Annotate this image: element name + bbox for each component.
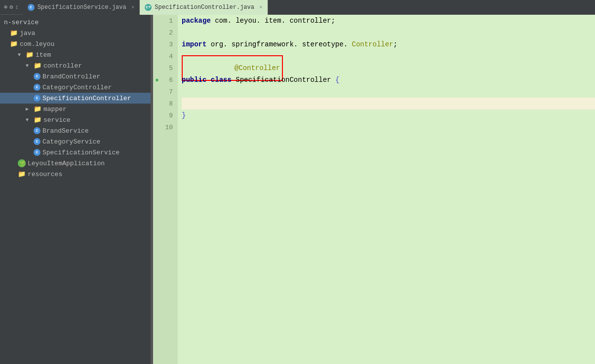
- class-icon-category-service: c: [34, 138, 40, 145]
- keyword-import: import: [182, 40, 206, 48]
- tab-specification-service[interactable]: c SpecificationService.java ×: [23, 0, 140, 15]
- class-icon-brand: c: [34, 73, 40, 80]
- sidebar-item-com-leyou[interactable]: 📁 com.leyou: [0, 38, 151, 49]
- line-num-6: ● 6: [153, 74, 178, 86]
- expand-arrow-service: ▼: [26, 117, 32, 123]
- code-classname: SpecificationController: [232, 76, 335, 84]
- code-controller-ref: Controller: [352, 40, 393, 48]
- code-open-brace: {: [335, 76, 339, 84]
- folder-icon-resources: 📁: [18, 170, 26, 178]
- tab-class-icon-controller: c+: [145, 4, 152, 11]
- sidebar-label-leyou-item-app: LeyouItemApplication: [28, 160, 105, 167]
- code-line-10: [182, 121, 595, 133]
- code-line-5: @Controller: [182, 62, 595, 74]
- keyword-package: package: [182, 17, 211, 25]
- sidebar-item-service[interactable]: ▼ 📁 service: [0, 114, 151, 125]
- sidebar-label-controller: controller: [43, 62, 82, 70]
- line-num-2: 2: [153, 27, 178, 38]
- sidebar-label-resources: resources: [28, 171, 62, 178]
- code-content[interactable]: package com. leyou. item. controller; im…: [178, 15, 595, 364]
- sidebar-item-controller[interactable]: ▼ 📁 controller: [0, 60, 151, 71]
- folder-icon-java: 📁: [10, 29, 18, 37]
- line-num-9: 9: [153, 109, 178, 121]
- sidebar-label-com-leyou: com.leyou: [20, 40, 54, 48]
- code-line-9: }: [182, 109, 595, 121]
- code-space-1: [206, 76, 210, 84]
- sidebar-label-mapper: mapper: [43, 106, 67, 113]
- sidebar-label-specification-controller: SpecificationController: [42, 95, 131, 102]
- sidebar-item-java[interactable]: 📁 java: [0, 28, 151, 38]
- class-icon-specification: c: [34, 95, 40, 102]
- code-close-brace: }: [182, 111, 186, 119]
- expand-arrow-mapper: ▶: [26, 106, 32, 112]
- top-label-text: n-service: [4, 19, 39, 26]
- sidebar-label-category-controller: CategoryController: [42, 84, 112, 91]
- gear-icon[interactable]: ⚙: [9, 3, 13, 11]
- sidebar-item-resources[interactable]: 📁 resources: [0, 169, 151, 180]
- tab-specification-controller[interactable]: c+ SpecificationController.java ×: [140, 0, 268, 15]
- sidebar-label-item: item: [36, 51, 51, 59]
- sidebar-label-java: java: [20, 30, 35, 37]
- toolbar-icons: ⊕ ⚙ ↕: [0, 3, 23, 11]
- line-numbers: 1 2 3 4 5 ● 6 7 8 9 10: [153, 15, 178, 364]
- sidebar-label-service: service: [43, 116, 71, 124]
- sidebar-item-mapper[interactable]: ▶ 📁 mapper: [0, 104, 151, 114]
- sidebar-label-category-service: CategoryService: [42, 138, 100, 146]
- tab-bar: ⊕ ⚙ ↕ c SpecificationService.java × c+ S…: [0, 0, 595, 15]
- expand-arrow-controller: ▼: [26, 63, 32, 69]
- sidebar-item-specification-service[interactable]: c SpecificationService: [0, 147, 151, 158]
- tab-close-controller[interactable]: ×: [259, 4, 263, 10]
- expand-arrow-item: ▼: [18, 52, 24, 58]
- line-num-7: 7: [153, 86, 178, 98]
- code-annotation: @Controller: [235, 64, 280, 72]
- sidebar-item-brand-controller[interactable]: c BrandController: [0, 71, 151, 82]
- sidebar-item-category-service[interactable]: c CategoryService: [0, 136, 151, 147]
- sidebar-label-brand-service: BrandService: [42, 127, 89, 135]
- sidebar-label-specification-service: SpecificationService: [42, 149, 119, 156]
- code-semicolon-3: ;: [394, 40, 397, 48]
- line-num-10: 10: [153, 121, 178, 133]
- code-line-3: import org. springframework. stereotype.…: [182, 38, 595, 50]
- class-icon-brand-service: c: [34, 127, 40, 134]
- sidebar-item-category-controller[interactable]: c CategoryController: [0, 82, 151, 93]
- code-editor[interactable]: 1 2 3 4 5 ● 6 7 8 9 10 package com. leyo…: [153, 15, 595, 364]
- code-line-1: package com. leyou. item. controller;: [182, 15, 595, 27]
- split-icon[interactable]: ↕: [15, 4, 18, 11]
- main-area: n-service 📁 java 📁 com.leyou ▼ 📁 item ▼ …: [0, 15, 595, 364]
- folder-icon-mapper: 📁: [34, 105, 41, 113]
- code-line-8: [182, 98, 595, 109]
- sidebar: n-service 📁 java 📁 com.leyou ▼ 📁 item ▼ …: [0, 15, 151, 364]
- code-package-path: com. leyou. item. controller;: [211, 17, 335, 25]
- tab-class-icon-service: c: [28, 4, 35, 11]
- code-import-path: org. springframework. stereotype.: [206, 40, 352, 48]
- folder-icon-service: 📁: [34, 116, 41, 124]
- code-line-2: [182, 27, 595, 38]
- folder-icon-com-leyou: 📁: [10, 40, 18, 48]
- folder-icon-item: 📁: [26, 51, 34, 59]
- class-icon-leyou-app: 🌱: [18, 159, 26, 167]
- sidebar-item-leyou-item-app[interactable]: 🌱 LeyouItemApplication: [0, 158, 151, 169]
- tab-label-controller: SpecificationController.java: [155, 4, 254, 11]
- sidebar-item-brand-service[interactable]: c BrandService: [0, 125, 151, 136]
- code-line-6: public class SpecificationController {: [182, 74, 595, 86]
- pin-icon[interactable]: ⊕: [4, 3, 7, 11]
- keyword-public: public: [182, 76, 206, 84]
- tab-label-service: SpecificationService.java: [38, 4, 126, 11]
- class-icon-specification-service: c: [34, 149, 40, 156]
- code-area: 1 2 3 4 5 ● 6 7 8 9 10 package com. leyo…: [153, 15, 595, 364]
- sidebar-item-specification-controller[interactable]: c SpecificationController: [0, 93, 151, 104]
- tab-close-service[interactable]: ×: [131, 4, 135, 10]
- sidebar-top-label: n-service: [0, 17, 151, 28]
- folder-icon-controller: 📁: [34, 62, 41, 70]
- sidebar-item-item[interactable]: ▼ 📁 item: [0, 49, 151, 60]
- line-num-4: 4: [153, 50, 178, 62]
- class-icon-category: c: [34, 84, 40, 91]
- gutter-run-icon[interactable]: ●: [155, 76, 159, 84]
- keyword-class: class: [211, 76, 232, 84]
- line-num-8: 8: [153, 98, 178, 109]
- sidebar-label-brand-controller: BrandController: [42, 73, 100, 80]
- line-num-1: 1: [153, 15, 178, 27]
- line-num-3: 3: [153, 38, 178, 50]
- code-line-7: [182, 86, 595, 98]
- line-num-5: 5: [153, 62, 178, 74]
